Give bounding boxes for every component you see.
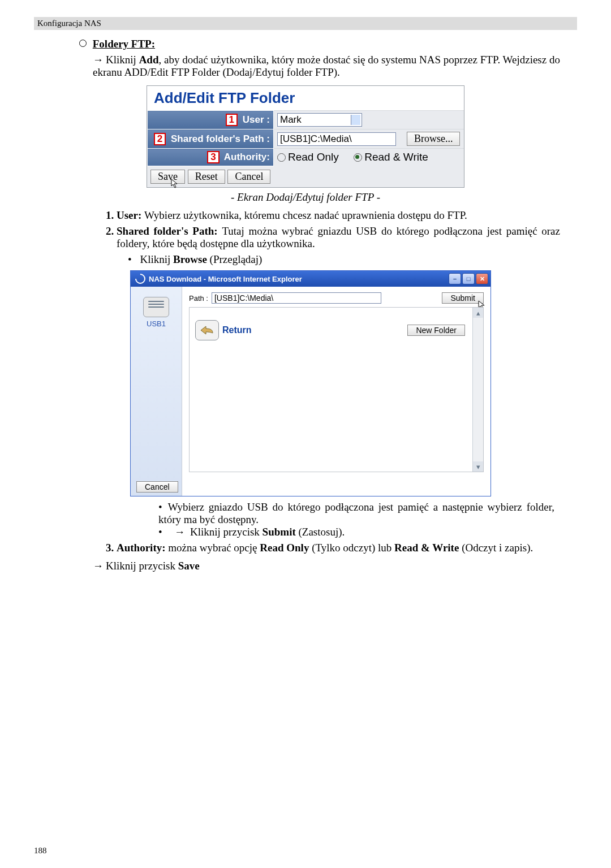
- cursor-icon: [171, 179, 179, 189]
- item-1-term: User:: [117, 209, 144, 221]
- cancel-button-window[interactable]: Cancel: [136, 481, 178, 493]
- item-2-bullet-c: (Przeglądaj): [207, 253, 263, 265]
- user-select-value: Mark: [280, 114, 302, 125]
- user-label: User :: [243, 114, 270, 125]
- post-bullet-2: Kliknij przycisk Submit (Zastosuj).: [158, 526, 554, 538]
- scrollbar[interactable]: ▴ ▾: [472, 308, 483, 472]
- scroll-down-icon[interactable]: ▾: [473, 461, 483, 472]
- final-a: Kliknij przycisk: [106, 560, 178, 572]
- i3e: Read & Write: [394, 542, 459, 554]
- bullet-marker: [79, 38, 90, 50]
- maximize-button[interactable]: □: [462, 273, 475, 284]
- radio-readwrite[interactable]: [354, 153, 362, 162]
- post2-c: (Zastosuj).: [296, 526, 345, 538]
- path-label-window: Path :: [189, 294, 208, 303]
- arrow-icon: [93, 54, 106, 66]
- arrow-icon: [174, 526, 187, 538]
- return-icon: [195, 320, 219, 340]
- save-button[interactable]: Save: [150, 170, 185, 184]
- item-2-bullet: Kliknij Browse (Przeglądaj): [128, 253, 560, 266]
- reset-button[interactable]: Reset: [188, 170, 225, 184]
- i3c: Read Only: [260, 542, 309, 554]
- radio-readonly[interactable]: [277, 153, 286, 162]
- figure1-title: Add/Edit FTP Folder: [147, 86, 464, 110]
- figure1-caption: - Ekran Dodaj/Edytuj folder FTP -: [34, 191, 577, 204]
- intro-text-add: Add: [139, 54, 159, 66]
- window-title: NAS Download - Microsoft Internet Explor…: [149, 275, 302, 283]
- path-input[interactable]: [USB1]C:\Media\: [277, 132, 396, 146]
- page-number: 188: [34, 846, 47, 856]
- item-3: Authority: można wybrać opcję Read Only …: [117, 542, 577, 554]
- figure-nas-download: NAS Download - Microsoft Internet Explor…: [130, 270, 491, 496]
- file-pane: Return New Folder ▴ ▾: [189, 307, 484, 472]
- intro-text-c: , aby dodać użytkownika, który może dost…: [93, 54, 560, 78]
- post2-b: Submit: [263, 526, 296, 538]
- callout-3: 3: [207, 151, 219, 163]
- callout-1: 1: [226, 114, 238, 126]
- item-3-term: Authority:: [117, 542, 168, 554]
- arrow-icon: [93, 560, 106, 572]
- usb-icon[interactable]: [143, 297, 169, 317]
- intro-text-a: Kliknij: [106, 54, 139, 66]
- figure-add-edit-ftp: Add/Edit FTP Folder 1 User : Mark 2 Shar…: [147, 85, 464, 188]
- post-bullet-1: Wybierz gniazdo USB do którego podłączon…: [158, 501, 554, 526]
- readwrite-label: Read & Write: [364, 151, 428, 163]
- item-1: User: Wybierz użytkownika, któremu chces…: [117, 209, 577, 222]
- minimize-button[interactable]: –: [449, 273, 461, 284]
- authority-label: Authority:: [224, 152, 270, 162]
- i3b: można wybrać opcję: [168, 542, 260, 554]
- sidebar: USB1 Cancel: [131, 287, 182, 496]
- i3f: (Odczyt i zapis).: [459, 542, 533, 554]
- final-b: Save: [178, 560, 200, 572]
- return-link[interactable]: Return: [195, 320, 252, 340]
- page-header: Konfiguracja NAS: [34, 17, 577, 30]
- chevron-down-icon: [354, 116, 359, 120]
- item-2-bullet-b: Browse: [173, 253, 207, 265]
- i3d: (Tylko odczyt) lub: [309, 542, 394, 554]
- item-2: Shared folder's Path: Tutaj można wybrać…: [117, 225, 577, 266]
- item-2-term: Shared folder's Path:: [117, 225, 222, 237]
- section-title: Foldery FTP:: [93, 38, 155, 50]
- window-titlebar: NAS Download - Microsoft Internet Explor…: [131, 271, 490, 287]
- user-select[interactable]: Mark: [277, 113, 362, 127]
- cancel-button[interactable]: Cancel: [227, 170, 270, 184]
- submit-button[interactable]: Submit: [442, 292, 484, 304]
- item-1-text: Wybierz użytkownika, któremu chcesz nada…: [144, 209, 467, 221]
- item-2-bullet-a: Kliknij: [140, 253, 173, 265]
- path-label: Shared folder's Path :: [171, 133, 270, 144]
- browse-button[interactable]: Browse...: [407, 132, 461, 146]
- scroll-up-icon[interactable]: ▴: [473, 308, 483, 318]
- new-folder-button[interactable]: New Folder: [407, 325, 465, 336]
- close-button[interactable]: ✕: [476, 273, 488, 284]
- return-label: Return: [222, 325, 252, 335]
- usb-label: USB1: [131, 319, 182, 328]
- path-input-window[interactable]: [USB1]C:\Media\: [212, 292, 381, 304]
- callout-2: 2: [154, 133, 166, 145]
- readonly-label: Read Only: [288, 151, 339, 163]
- ie-icon: [133, 271, 147, 286]
- post2-a: Kliknij przycisk: [190, 526, 263, 538]
